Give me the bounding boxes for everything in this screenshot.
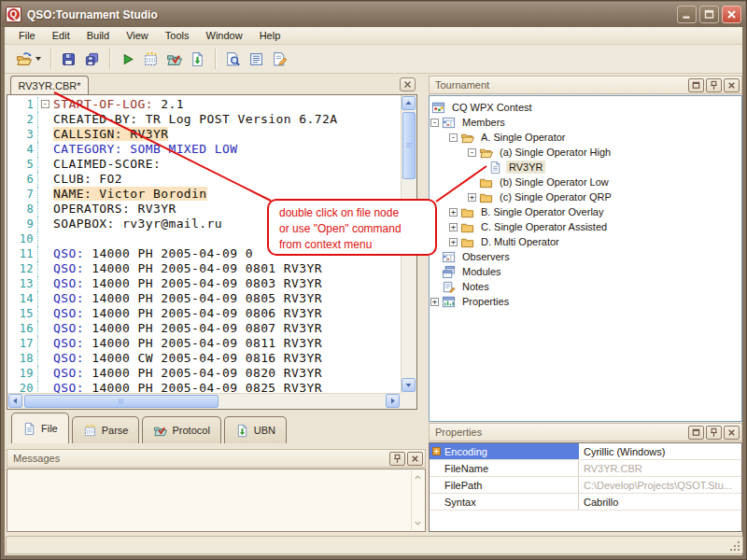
maximize-button[interactable] [699, 6, 719, 23]
tree-expander[interactable]: + [449, 208, 458, 217]
tree-item-label[interactable]: B. Single Operator Overlay [478, 205, 606, 218]
tree-item[interactable]: +Properties [430, 294, 741, 309]
document-tab[interactable]: RV3YR.CBR* [10, 76, 89, 95]
property-row[interactable]: +EncodingCyrillic (Windows) [430, 443, 741, 460]
ubn-button[interactable] [186, 48, 209, 71]
tree-item-label[interactable]: CQ WPX Contest [449, 101, 535, 114]
tree-item[interactable]: -A. Single Operator [430, 130, 741, 145]
menu-file[interactable]: File [10, 28, 44, 43]
tree-expander[interactable]: + [430, 298, 439, 306]
tree-item-label[interactable]: (c) Single Operator QRP [497, 190, 614, 203]
close-button[interactable] [407, 452, 423, 466]
code-text[interactable]: CATEGORY: SOMB MIXED LOW [53, 142, 401, 157]
document-close-button[interactable] [400, 77, 416, 91]
property-row[interactable]: FileNameRV3YR.CBR [430, 460, 741, 477]
tree-expander[interactable]: - [430, 119, 439, 127]
tab-file[interactable]: File [11, 413, 69, 443]
pin-button[interactable] [706, 78, 722, 92]
pin-button[interactable] [706, 426, 722, 440]
code-text[interactable]: QSO: 14000 PH 2005-04-09 0811 RV3YR [53, 336, 401, 351]
tree-expander[interactable]: + [468, 193, 476, 202]
code-text[interactable]: QSO: 14000 PH 2005-04-09 0820 RV3YR [53, 366, 401, 381]
tree-item-label[interactable]: D. Multi Operator [478, 235, 562, 248]
save-button[interactable] [57, 48, 80, 71]
property-name[interactable]: FilePath [430, 477, 579, 493]
tree-expander[interactable]: + [449, 223, 458, 231]
menu-edit[interactable]: Edit [44, 28, 78, 43]
menu-window[interactable]: Window [198, 28, 251, 43]
tree-item[interactable]: RV3YR [430, 160, 741, 175]
tab-ubn[interactable]: UBN [224, 416, 287, 443]
tree-item-label[interactable]: Properties [459, 295, 512, 308]
code-text[interactable]: START-OF-LOG: 2.1 [53, 97, 401, 112]
tree-item[interactable]: Notes [430, 279, 741, 294]
menu-tools[interactable]: Tools [157, 28, 198, 43]
menu-help[interactable]: Help [251, 28, 289, 43]
dropdown-caret-icon[interactable] [35, 57, 41, 61]
code-text[interactable]: QSO: 14000 CW 2005-04-09 0816 RV3YR [53, 351, 401, 366]
parse-button[interactable] [139, 48, 162, 71]
vertical-scroll-thumb[interactable] [402, 112, 416, 179]
tab-parse[interactable]: Parse [72, 416, 140, 443]
tree-item[interactable]: +B. Single Operator Overlay [430, 204, 741, 219]
property-value[interactable]: C:\Develop\Projects\QSOT.Stu... [579, 477, 741, 493]
horizontal-scrollbar[interactable] [7, 393, 401, 409]
fold-toggle[interactable]: - [41, 100, 49, 108]
tree-expander[interactable]: + [449, 238, 458, 246]
tree-item-label[interactable]: RV3YR [506, 161, 545, 174]
protocol-button[interactable] [162, 48, 186, 71]
maximize-button[interactable] [688, 426, 704, 440]
code-text[interactable]: CREATED-BY: TR Log POST Version 6.72A [53, 112, 401, 127]
property-value[interactable]: Cyrillic (Windows) [579, 443, 741, 459]
code-text[interactable]: QSO: 14000 PH 2005-04-09 0807 RV3YR [53, 321, 401, 336]
code-text[interactable]: QSO: 14000 PH 2005-04-09 0806 RV3YR [53, 306, 401, 321]
resize-grip[interactable] [729, 540, 741, 553]
close-button[interactable] [722, 6, 741, 23]
tree-item[interactable]: (b) Single Operator Low [430, 175, 741, 189]
tree-expander[interactable]: - [449, 133, 458, 142]
tree-item-label[interactable]: A. Single Operator [478, 131, 569, 144]
tree-item-label[interactable]: (b) Single Operator Low [497, 175, 612, 189]
tree-item-label[interactable]: C. Single Operator Assisted [478, 220, 610, 233]
code-text[interactable]: QSO: 14000 PH 2005-04-09 0825 RV3YR [53, 381, 401, 393]
tree-item[interactable]: Observers [430, 249, 741, 264]
property-name[interactable]: +Encoding [430, 443, 579, 459]
close-button[interactable] [724, 78, 740, 92]
property-name[interactable]: Syntax [430, 494, 579, 510]
list-button[interactable] [245, 48, 268, 71]
code-text[interactable]: QSO: 14000 PH 2005-04-09 0803 RV3YR [53, 276, 401, 291]
code-text[interactable]: CLUB: FO2 [53, 172, 401, 187]
tree-item[interactable]: +(c) Single Operator QRP [430, 189, 741, 204]
tree-item-label[interactable]: (a) Single Operator High [497, 146, 613, 159]
property-name[interactable]: FileName [430, 460, 579, 476]
property-expander[interactable]: + [432, 447, 441, 455]
tree-item[interactable]: -Members [430, 115, 741, 130]
code-text[interactable]: QSO: 14000 PH 2005-04-09 0805 RV3YR [53, 291, 401, 306]
run-button[interactable] [116, 48, 139, 71]
menu-build[interactable]: Build [78, 28, 118, 43]
code-text[interactable]: CLAIMED-SCORE: [53, 157, 401, 172]
edit-properties-button[interactable] [268, 48, 291, 71]
tree-item[interactable]: Modules [430, 264, 741, 279]
tree-item-label[interactable]: Notes [459, 280, 492, 293]
scroll-up-button[interactable] [402, 96, 416, 110]
menu-view[interactable]: View [118, 28, 157, 43]
maximize-button[interactable] [688, 78, 704, 92]
tree-item-label[interactable]: Observers [459, 250, 513, 263]
save-all-button[interactable] [80, 48, 104, 71]
tree-expander[interactable]: - [468, 148, 476, 157]
tree-item[interactable]: +C. Single Operator Assisted [430, 219, 741, 234]
scroll-down-button[interactable] [402, 378, 416, 392]
open-button[interactable] [12, 48, 45, 71]
property-row[interactable]: SyntaxCabrillo [430, 494, 741, 511]
find-button[interactable] [221, 48, 245, 71]
code-text[interactable]: QSO: 14000 PH 2005-04-09 0801 RV3YR [53, 261, 401, 276]
close-button[interactable] [724, 426, 740, 440]
minimize-button[interactable] [677, 6, 697, 23]
tree-item[interactable]: +D. Multi Operator [430, 234, 741, 249]
property-row[interactable]: FilePathC:\Develop\Projects\QSOT.Stu... [430, 477, 741, 494]
scroll-left-button[interactable] [8, 394, 22, 408]
tree-item-label[interactable]: Members [459, 116, 508, 129]
tree-item[interactable]: CQ WPX Contest [430, 100, 741, 115]
scroll-right-button[interactable] [386, 394, 400, 408]
